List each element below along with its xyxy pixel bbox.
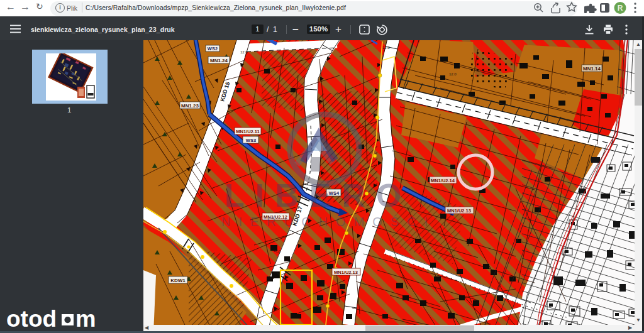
svg-text:MN1/U2.13: MN1/U2.13 <box>334 270 358 275</box>
svg-text:MN1.23: MN1.23 <box>181 103 199 109</box>
svg-text:12.0: 12.0 <box>449 72 457 76</box>
svg-text:MN1/U2.14: MN1/U2.14 <box>431 178 455 183</box>
svg-text:MN1.14: MN1.14 <box>583 66 601 72</box>
svg-text:MN1/U2.13: MN1/U2.13 <box>447 208 471 214</box>
svg-text:LIBERO: LIBERO <box>225 177 412 214</box>
svg-text:KDW1: KDW1 <box>170 278 186 283</box>
svg-text:12.0: 12.0 <box>382 46 390 50</box>
svg-text:R: R <box>618 4 623 13</box>
svg-text:WS3: WS3 <box>246 138 256 143</box>
svg-text:NIERUCHOMOŚCI: NIERUCHOMOŚCI <box>221 214 436 229</box>
svg-text:12.0: 12.0 <box>240 50 248 54</box>
svg-text:WS2: WS2 <box>208 46 218 52</box>
svg-text:MN1.24: MN1.24 <box>210 58 228 63</box>
svg-text:MN1/U2.11: MN1/U2.11 <box>236 129 260 134</box>
